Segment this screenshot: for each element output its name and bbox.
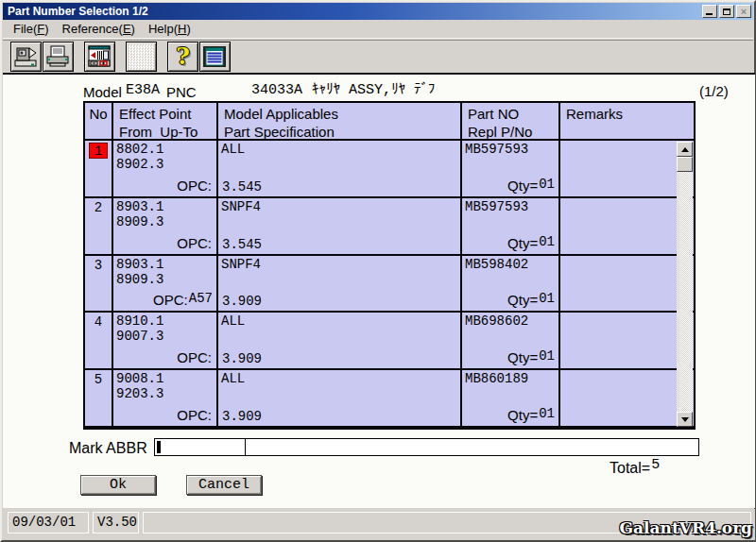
header-model-applicables: Model Applicables [218, 103, 460, 123]
scroll-down-icon [681, 417, 689, 422]
cancel-button[interactable]: Cancel [186, 475, 262, 495]
header-effect-point: Effect Point [113, 103, 216, 123]
table-row[interactable]: 1 8802.1 8902.3 OPC: ALL 3.545 MB597593 … [85, 141, 694, 198]
effect-range: 9008.1 9203.3 [116, 371, 216, 401]
scroll-down-button[interactable] [677, 412, 693, 427]
scroll-up-icon [681, 147, 689, 152]
table-row[interactable]: 5 9008.1 9203.3 OPC: ALL 3.909 MB860189 … [85, 370, 694, 428]
table-scrollbar[interactable] [677, 142, 693, 427]
mark-abbr-input[interactable] [154, 438, 246, 456]
menu-help[interactable]: Help(H) [142, 21, 198, 38]
mark-abbr-label: Mark ABBR [69, 440, 147, 457]
help-button[interactable]: ? [167, 42, 198, 72]
qty-label: Qty= [507, 349, 538, 365]
printer-icon [45, 44, 71, 70]
main-content: Model E38A PNC 34033Aｷｬﾘﾔ ASSY,ﾘﾔ ﾃﾞﾌ (1… [3, 73, 755, 508]
selected-row-marker: 1 [89, 143, 108, 159]
qty-label: Qty= [507, 178, 538, 194]
help-icon: ? [176, 43, 190, 70]
table-row[interactable]: 4 8910.1 9007.3 OPC: ALL 3.909 MB698602 … [85, 313, 694, 370]
model-applicable: ALL [221, 313, 245, 329]
table-row[interactable]: 2 8903.1 8909.3 OPC: SNPF4 3.545 MB59759… [85, 198, 694, 256]
effect-range: 8910.1 9007.3 [116, 313, 216, 344]
maximize-icon [723, 8, 730, 15]
blank-toolbar-button [126, 42, 157, 72]
window-controls: × [702, 5, 753, 18]
model-applicable: ALL [221, 142, 245, 157]
table-header: No Effect Point From Up-To Model Applica… [85, 103, 694, 141]
effect-range: 8802.1 8902.3 [116, 142, 216, 172]
part-spec: 3.545 [222, 179, 262, 195]
parts-list-button[interactable] [84, 42, 115, 72]
window-title: Part Number Selection 1/2 [3, 3, 702, 20]
scrollbar-thumb[interactable] [677, 157, 693, 172]
part-spec: 3.909 [222, 351, 262, 366]
total-value: 5 [651, 457, 660, 473]
page-indicator: (1/2) [699, 83, 729, 99]
screen-print-device-icon [13, 44, 39, 70]
row-number: 4 [85, 314, 112, 330]
part-spec: 3.909 [222, 294, 262, 309]
menu-file[interactable]: File(F) [7, 21, 56, 38]
header-part-specification: Part Specification [218, 123, 460, 139]
model-applicable: SNPF4 [221, 199, 261, 214]
status-version: V3.50 [93, 512, 139, 534]
opc-label: OPC: [177, 178, 212, 194]
effect-range: 8903.1 8909.3 [116, 257, 216, 287]
qty-label: Qty= [507, 292, 538, 308]
watermark: GalantVR4.org [620, 518, 752, 537]
qty-label: Qty= [507, 235, 538, 251]
qty-value: 01 [539, 234, 555, 249]
header-remarks: Remarks [560, 103, 694, 123]
row-number: 5 [85, 372, 112, 387]
opc-label: OPC: [177, 235, 212, 251]
pnc-description: ｷｬﾘﾔ ASSY,ﾘﾔ ﾃﾞﾌ [312, 82, 436, 98]
close-icon: × [741, 7, 747, 17]
row-number: 3 [85, 258, 112, 273]
header-no: No [85, 103, 112, 123]
maximize-button[interactable] [719, 5, 734, 18]
opc-label: OPC: [153, 292, 188, 308]
table-row[interactable]: 3 8903.1 8909.3 OPC:A57 SNPF4 3.909 MB59… [85, 256, 694, 313]
model-applicable: SNPF4 [221, 257, 261, 272]
qty-value: 01 [539, 177, 555, 192]
part-number: MB698602 [465, 313, 528, 329]
qty-value: 01 [539, 291, 555, 306]
part-spec: 3.909 [222, 409, 262, 424]
pnc-label: PNC [166, 84, 197, 100]
part-spec: 3.545 [222, 237, 262, 252]
qty-label: Qty= [507, 407, 538, 423]
model-applicable: ALL [221, 371, 245, 386]
toolbar: ? [3, 40, 753, 73]
total-label: Total= [610, 460, 650, 476]
header-repl-pno: Repl P/No [462, 123, 558, 139]
minimize-button[interactable] [702, 5, 717, 18]
header-part-no: Part NO [462, 103, 558, 123]
model-value: E38A [126, 82, 160, 98]
text-caret [157, 441, 161, 453]
opc-label: OPC: [177, 349, 212, 365]
part-number: MB597593 [465, 142, 528, 157]
app-window: Part Number Selection 1/2 × File(F) Refe… [0, 0, 756, 542]
status-date: 09/03/01 [8, 512, 89, 534]
pnc-value-line: 34033Aｷｬﾘﾔ ASSY,ﾘﾔ ﾃﾞﾌ [251, 81, 436, 98]
pnc-value: 34033A [251, 82, 302, 98]
mark-abbr-field[interactable] [154, 438, 699, 456]
minimize-icon [706, 13, 713, 15]
model-label: Model [83, 84, 122, 100]
close-button[interactable]: × [736, 5, 751, 18]
ok-button[interactable]: Ok [80, 475, 156, 495]
list-view-button[interactable] [199, 42, 231, 72]
menubar: File(F) Reference(E) Help(H) [3, 21, 753, 39]
row-number: 2 [85, 200, 112, 215]
screen-print-device-button[interactable] [10, 42, 42, 72]
blank-icon [129, 44, 154, 70]
opc-label: OPC: [177, 407, 212, 423]
opc-value: A57 [189, 291, 213, 306]
parts-list-icon [87, 44, 112, 70]
menu-reference[interactable]: Reference(E) [56, 21, 142, 38]
part-number: MB860189 [465, 371, 528, 386]
scroll-up-button[interactable] [677, 142, 693, 157]
print-button[interactable] [43, 42, 74, 72]
header-from-upto: From Up-To [113, 123, 216, 139]
